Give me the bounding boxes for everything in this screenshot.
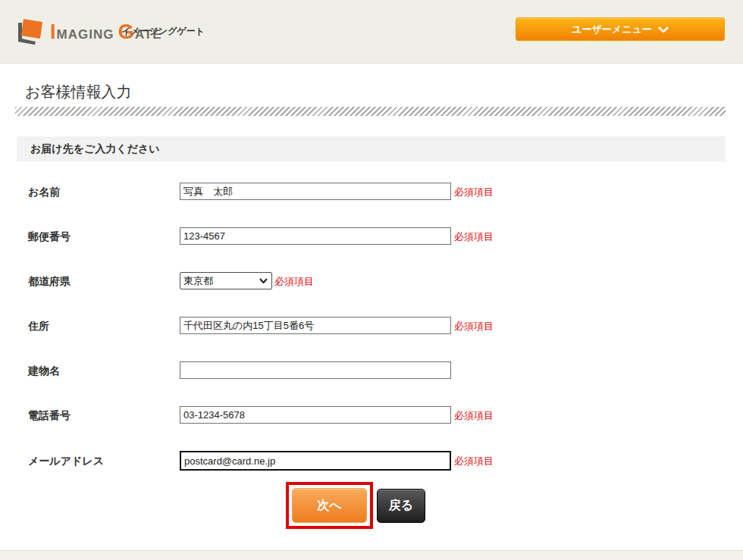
prefecture-select[interactable]: 東京都: [180, 272, 272, 289]
imaging-gate-logo-icon: [15, 17, 45, 47]
name-label: お名前: [28, 186, 60, 199]
building-label: 建物名: [28, 364, 60, 378]
building-input[interactable]: [180, 361, 451, 379]
address-input[interactable]: [180, 317, 451, 334]
phone-input[interactable]: [180, 406, 451, 424]
user-menu-label: ユーザーメニュー: [572, 23, 652, 36]
form-row-postal-code: 郵便番号 必須項目: [0, 227, 743, 247]
section-title: お届け先をご入力ください: [30, 142, 160, 156]
name-input[interactable]: [180, 183, 451, 200]
brand-subtitle: イメージングゲート: [121, 25, 205, 38]
required-badge: 必須項目: [454, 186, 494, 199]
user-menu-button[interactable]: ユーザーメニュー: [516, 17, 725, 41]
page-title: お客様情報入力: [25, 82, 131, 102]
required-badge: 必須項目: [454, 230, 494, 244]
form-row-building: 建物名: [0, 361, 743, 381]
section-header: お届け先をご入力ください: [17, 136, 726, 161]
required-badge: 必須項目: [454, 320, 494, 333]
form-row-prefecture: 都道府県 東京都 必須項目: [0, 272, 743, 292]
next-button-highlight-annotation: 次へ: [286, 482, 373, 529]
address-label: 住所: [28, 320, 49, 333]
required-badge: 必須項目: [274, 275, 314, 289]
next-button[interactable]: 次へ: [292, 488, 367, 523]
required-badge: 必須項目: [454, 409, 494, 423]
email-input[interactable]: [180, 451, 451, 471]
form-row-email: メールアドレス 必須項目: [0, 452, 743, 471]
postal-code-input[interactable]: [180, 227, 451, 245]
prefecture-select-wrap: 東京都: [180, 272, 272, 289]
required-badge: 必須項目: [454, 455, 494, 468]
form-row-name: お名前 必須項目: [0, 183, 743, 202]
back-button[interactable]: 戻る: [377, 489, 425, 523]
form-row-phone: 電話番号 必須項目: [0, 406, 743, 426]
page: IMAGING GATE イメージングゲート ユーザーメニュー お客様情報入力 …: [0, 0, 743, 560]
footer-bar: [0, 550, 743, 560]
hatched-divider: [15, 107, 726, 116]
email-label: メールアドレス: [28, 455, 104, 468]
phone-label: 電話番号: [28, 409, 71, 423]
header: IMAGING GATE イメージングゲート ユーザーメニュー: [0, 0, 743, 64]
chevron-down-icon: [658, 27, 669, 33]
form-row-address: 住所 必須項目: [0, 317, 743, 336]
prefecture-label: 都道府県: [28, 275, 71, 289]
postal-code-label: 郵便番号: [28, 230, 71, 244]
